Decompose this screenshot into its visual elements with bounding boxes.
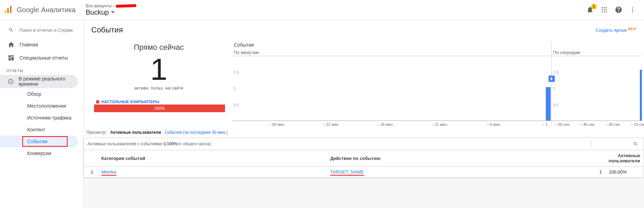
xtick: – 11 мин. bbox=[432, 122, 448, 126]
xtick: – 45 сек. bbox=[580, 122, 596, 126]
xtick: – 1 bbox=[542, 122, 548, 126]
events-table-card: Активных пользователей с событиями: 1 ( … bbox=[84, 138, 644, 178]
svg-rect-2 bbox=[10, 6, 11, 13]
analytics-logo-icon bbox=[3, 5, 13, 15]
x-axis bbox=[552, 121, 642, 121]
meta-pct: 100% bbox=[167, 141, 178, 146]
page-header: События Создать ярлыкБЕТА bbox=[84, 20, 644, 39]
chart-seconds-plot: 1.5 1 0.5 – 60 сек. – 45 сек. – 30 сек. … bbox=[552, 57, 642, 126]
col-users[interactable]: Активные пользователи bbox=[584, 150, 644, 167]
nav-realtime-overview[interactable]: Обзор bbox=[0, 88, 78, 100]
search-icon bbox=[8, 27, 14, 33]
nav-realtime-events[interactable]: События bbox=[0, 136, 78, 147]
col-action[interactable]: Действие по событию bbox=[327, 150, 584, 167]
legend-label: НАСТОЛЬНЫЕ КОМПЬЮТЕРЫ bbox=[101, 100, 159, 104]
label: Конверсии bbox=[27, 151, 51, 156]
nav-home-label: Главная bbox=[20, 42, 38, 47]
table-view-switcher: Просмотр: Активные пользователи События … bbox=[84, 126, 644, 136]
svg-point-9 bbox=[602, 11, 603, 12]
svg-point-14 bbox=[632, 11, 633, 12]
chart-minutes: События По минутам 1.5 1 0.5 – 26 мин. –… bbox=[232, 41, 551, 126]
xtick: – 30 сек. bbox=[605, 122, 621, 126]
chart-minutes-label: По минутам bbox=[232, 49, 551, 56]
svg-point-6 bbox=[602, 9, 603, 10]
notifications-icon[interactable]: 1 bbox=[586, 6, 594, 14]
col-category[interactable]: Категория событий bbox=[98, 150, 327, 167]
nav-realtime-content[interactable]: Контент bbox=[0, 124, 78, 136]
nav-realtime[interactable]: В режиме реального времени bbox=[0, 75, 78, 88]
chart-events-header: События bbox=[232, 41, 551, 49]
view-label: Просмотр: bbox=[86, 130, 107, 135]
xtick: – 21 мин. bbox=[323, 122, 339, 126]
clock-icon bbox=[8, 78, 14, 85]
view-events-30min-tab[interactable]: События (за последние 30 мин.) bbox=[165, 130, 228, 135]
ytick: 0.5 bbox=[553, 103, 558, 107]
create-shortcut-link[interactable]: Создать ярлыкБЕТА bbox=[596, 27, 636, 33]
nav-custom-reports[interactable]: Специальные отчеты bbox=[0, 51, 83, 64]
chart-minutes-plot: 1.5 1 0.5 – 26 мин. – 21 мин. – 16 мин. … bbox=[232, 57, 551, 126]
label: Местоположения bbox=[27, 103, 66, 109]
more-icon[interactable] bbox=[629, 6, 636, 14]
label: Контент bbox=[27, 127, 45, 132]
sidebar: Главная Специальные отчеты ОТЧЕТЫ В режи… bbox=[0, 20, 84, 208]
svg-point-4 bbox=[604, 7, 605, 8]
table-meta: Активных пользователей с событиями: 1 ( … bbox=[84, 138, 644, 150]
xtick: – 16 мин. bbox=[377, 122, 394, 126]
ytick: 0.5 bbox=[234, 103, 239, 107]
row-action-link[interactable]: TARGET_NAME bbox=[330, 169, 364, 176]
ytick: 1 bbox=[234, 86, 236, 90]
meta-rest: от общего числа) bbox=[178, 141, 211, 146]
svg-rect-1 bbox=[7, 8, 9, 13]
product-name: Google Аналитика bbox=[17, 6, 76, 14]
x-axis bbox=[232, 121, 551, 121]
svg-point-5 bbox=[606, 7, 607, 8]
apps-icon[interactable] bbox=[601, 6, 608, 13]
sidebar-search-input[interactable] bbox=[19, 28, 77, 33]
events-table: Категория событий Действие по событию Ак… bbox=[84, 150, 644, 178]
realtime-title: Прямо сейчас bbox=[86, 43, 232, 52]
legend-swatch bbox=[96, 100, 99, 103]
svg-point-3 bbox=[602, 7, 603, 8]
nav-realtime-conversions[interactable]: Конверсии bbox=[0, 147, 78, 159]
meta-prefix: Активных пользователей с событиями: bbox=[87, 141, 163, 146]
dashboard-icon bbox=[8, 54, 15, 61]
create-shortcut-label: Создать ярлык bbox=[596, 28, 627, 33]
ytick: 1.5 bbox=[553, 70, 558, 74]
sidebar-search[interactable] bbox=[0, 23, 83, 38]
help-icon[interactable] bbox=[615, 6, 622, 14]
chevron-right-icon: › bbox=[113, 3, 115, 8]
svg-point-11 bbox=[606, 11, 607, 12]
notifications-badge: 1 bbox=[591, 4, 597, 9]
row-index: 1. bbox=[84, 167, 98, 178]
xtick: – 60 сек. bbox=[555, 122, 570, 126]
header-actions: 1 bbox=[586, 6, 636, 14]
nav-realtime-traffic[interactable]: Источники трафика bbox=[0, 112, 78, 124]
xtick: – 26 мин. bbox=[269, 122, 285, 126]
table-row[interactable]: 1. Metrika TARGET_NAME 1 100,00% bbox=[84, 167, 644, 178]
xtick: – 15 сек. bbox=[631, 122, 644, 126]
table-search[interactable] bbox=[591, 140, 640, 148]
chart-seconds-label: По секундам bbox=[552, 49, 642, 56]
home-icon bbox=[8, 41, 15, 48]
realtime-count: 1 bbox=[86, 54, 232, 85]
nav-realtime-label: В режиме реального времени bbox=[19, 76, 78, 87]
ytick: 1.5 bbox=[234, 70, 239, 74]
row-category-link[interactable]: Metrika bbox=[101, 169, 116, 176]
property-name: Buckup bbox=[86, 8, 109, 16]
device-distribution-bar: 100% bbox=[94, 105, 225, 112]
data-bar bbox=[546, 87, 551, 121]
ytick: 1 bbox=[553, 86, 555, 90]
account-name-redacted bbox=[116, 4, 136, 7]
nav-home[interactable]: Главная bbox=[0, 38, 83, 51]
nav-realtime-locations[interactable]: Местоположения bbox=[0, 100, 78, 112]
product-logo-block[interactable]: Google Аналитика bbox=[3, 5, 86, 15]
chart-seconds: По секундам 1.5 1 0.5 – 60 сек. – 45 сек… bbox=[551, 41, 642, 126]
row-users: 1 bbox=[584, 167, 605, 178]
main-content: События Создать ярлыкБЕТА Прямо сейчас 1… bbox=[84, 20, 644, 208]
svg-point-12 bbox=[632, 7, 633, 8]
realtime-summary: Прямо сейчас 1 активн. польз. на сайте Н… bbox=[86, 40, 232, 112]
meta-count: 1 bbox=[163, 141, 165, 146]
view-active-users-tab[interactable]: Активные пользователи bbox=[110, 130, 161, 135]
label: Обзор bbox=[27, 91, 41, 97]
account-selector[interactable]: Все аккаунты › Buckup bbox=[86, 3, 586, 16]
